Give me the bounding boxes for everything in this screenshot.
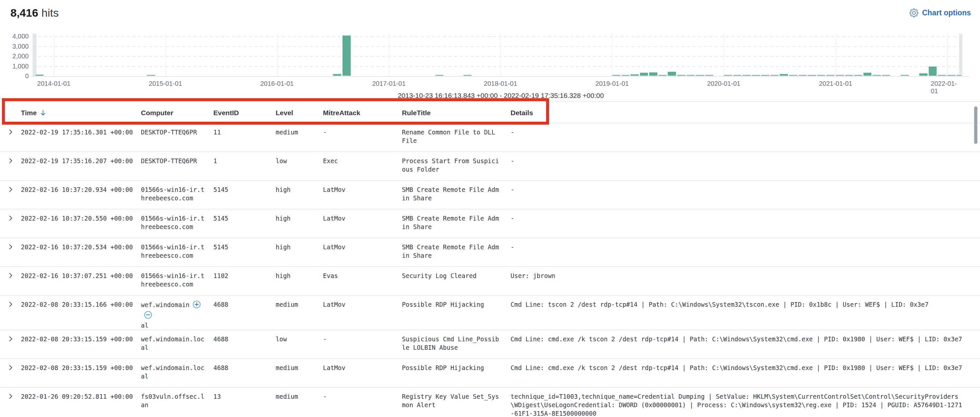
cell-ruletitle[interactable]: Registry Key Value Set_Sysmon Alert — [402, 388, 511, 417]
histogram-bar[interactable] — [649, 72, 658, 76]
cell-eventid[interactable]: 1 — [213, 152, 276, 180]
cell-mitreattack[interactable]: Evas — [323, 267, 402, 295]
cell-mitreattack[interactable]: - — [323, 330, 402, 358]
cell-ruletitle[interactable]: Possible RDP Hijacking — [402, 359, 511, 387]
cell-ruletitle[interactable]: Security Log Cleared — [402, 267, 511, 295]
filter-out-value-icon[interactable] — [144, 310, 152, 321]
cell-time[interactable]: 2022-02-08 20:33:15.159 +00:00 — [21, 359, 141, 387]
histogram-bar[interactable] — [882, 75, 890, 76]
expand-row-button[interactable] — [6, 272, 14, 280]
histogram-bar[interactable] — [770, 75, 779, 76]
histogram-bar[interactable] — [947, 75, 956, 76]
histogram-bar[interactable] — [826, 75, 835, 76]
cell-mitreattack[interactable]: - — [323, 388, 402, 417]
histogram-bar[interactable] — [147, 75, 155, 76]
cell-computer[interactable]: wef.windomainal — [141, 296, 213, 329]
cell-eventid[interactable]: 4688 — [213, 330, 276, 358]
histogram-bar[interactable] — [845, 75, 853, 76]
cell-ruletitle[interactable]: Process Start From Suspicious Folder — [402, 152, 511, 180]
histogram-bar[interactable] — [863, 72, 872, 76]
column-header-eventid[interactable]: EventID — [213, 102, 276, 123]
cell-level[interactable]: medium — [276, 388, 323, 417]
histogram-bar[interactable] — [956, 75, 962, 76]
cell-level[interactable]: high — [276, 181, 323, 209]
histogram-bar[interactable] — [35, 75, 44, 76]
histogram-bar[interactable] — [724, 75, 732, 76]
cell-eventid[interactable]: 1102 — [213, 267, 276, 295]
cell-eventid[interactable]: 5145 — [213, 181, 276, 209]
histogram-bar[interactable] — [733, 75, 741, 76]
cell-computer[interactable]: 01566s-win16-ir.threebeesco.com — [141, 267, 213, 295]
cell-details[interactable]: Cmd Line: tscon 2 /dest rdp-tcp#14 | Pat… — [511, 296, 966, 329]
histogram-bar[interactable] — [900, 75, 909, 76]
histogram-bar[interactable] — [807, 75, 816, 76]
expand-row-button[interactable] — [6, 186, 14, 194]
sort-descending-icon[interactable] — [40, 110, 47, 118]
cell-eventid[interactable]: 4688 — [213, 359, 276, 387]
cell-mitreattack[interactable]: LatMov — [323, 238, 402, 266]
cell-time[interactable]: 2022-02-19 17:35:16.301 +00:00 — [21, 123, 141, 151]
histogram-bar[interactable] — [333, 74, 342, 76]
cell-time[interactable]: 2022-02-08 20:33:15.166 +00:00 — [21, 296, 141, 329]
histogram-bar[interactable] — [798, 75, 807, 76]
cell-ruletitle[interactable]: Rename Common File to DLL File — [402, 123, 511, 151]
cell-level[interactable]: high — [276, 267, 323, 295]
column-header-mitreattack[interactable]: MitreAttack — [323, 102, 402, 123]
cell-computer[interactable]: 01566s-win16-ir.threebeesco.com — [141, 210, 213, 237]
cell-time[interactable]: 2022-02-19 17:35:16.207 +00:00 — [21, 152, 141, 180]
histogram-bar[interactable] — [640, 72, 648, 76]
column-header-computer[interactable]: Computer — [141, 102, 213, 123]
histogram-bar[interactable] — [667, 72, 676, 76]
cell-details[interactable]: User: jbrown — [511, 267, 966, 295]
expand-row-button[interactable] — [6, 393, 14, 401]
histogram-bar[interactable] — [929, 66, 937, 76]
cell-details[interactable]: - — [511, 238, 966, 266]
column-header-ruletitle[interactable]: RuleTitle — [402, 102, 511, 123]
cell-eventid[interactable]: 11 — [213, 123, 276, 151]
cell-computer[interactable]: wef.windomain.local — [141, 359, 213, 387]
histogram-bar[interactable] — [622, 75, 629, 76]
cell-computer[interactable]: DESKTOP-TTEQ6PR — [141, 123, 213, 151]
cell-mitreattack[interactable]: LatMov — [323, 359, 402, 387]
cell-level[interactable]: low — [276, 330, 323, 358]
column-header-level[interactable]: Level — [276, 102, 323, 123]
cell-details[interactable]: technique_id=T1003,technique_name=Creden… — [511, 388, 966, 417]
cell-ruletitle[interactable]: SMB Create Remote File Admin Share — [402, 238, 511, 266]
expand-row-button[interactable] — [6, 215, 14, 223]
cell-time[interactable]: 2022-01-26 09:20:52.811 +00:00 — [21, 388, 141, 417]
expand-row-button[interactable] — [6, 129, 14, 136]
cell-eventid[interactable]: 4688 — [213, 296, 276, 329]
cell-level[interactable]: low — [276, 152, 323, 180]
cell-mitreattack[interactable]: Exec — [323, 152, 402, 180]
expand-row-button[interactable] — [6, 244, 14, 251]
histogram-bar[interactable] — [872, 75, 881, 76]
cell-mitreattack[interactable]: LatMov — [323, 296, 402, 329]
cell-level[interactable]: high — [276, 210, 323, 237]
cell-eventid[interactable]: 5145 — [213, 210, 276, 237]
cell-time[interactable]: 2022-02-16 10:37:07.251 +00:00 — [21, 267, 141, 295]
histogram-bar[interactable] — [695, 75, 704, 76]
column-header-details[interactable]: Details — [511, 102, 966, 123]
cell-level[interactable]: medium — [276, 123, 323, 151]
vertical-scrollbar-thumb[interactable] — [974, 107, 977, 144]
histogram-bar[interactable] — [817, 75, 826, 76]
expand-row-button[interactable] — [6, 157, 14, 165]
cell-details[interactable]: - — [511, 210, 966, 237]
cell-details[interactable]: - — [511, 123, 966, 151]
histogram-bar[interactable] — [742, 75, 751, 76]
cell-time[interactable]: 2022-02-16 10:37:20.550 +00:00 — [21, 210, 141, 237]
cell-details[interactable]: - — [511, 152, 966, 180]
histogram-bar[interactable] — [789, 75, 798, 76]
histogram-bar[interactable] — [705, 75, 713, 76]
cell-level[interactable]: medium — [276, 359, 323, 387]
cell-details[interactable]: Cmd Line: cmd.exe /k tscon 2 /dest rdp-t… — [511, 359, 966, 387]
histogram-bar[interactable] — [435, 75, 444, 76]
histogram-bar[interactable] — [938, 75, 947, 76]
histogram-bar[interactable] — [342, 35, 351, 76]
histogram-bar[interactable] — [686, 75, 695, 76]
histogram-bar[interactable] — [658, 75, 667, 76]
cell-ruletitle[interactable]: Possible RDP Hijacking — [402, 296, 511, 329]
cell-mitreattack[interactable]: - — [323, 123, 402, 151]
expand-row-button[interactable] — [6, 336, 14, 343]
histogram-bar[interactable] — [854, 75, 862, 76]
